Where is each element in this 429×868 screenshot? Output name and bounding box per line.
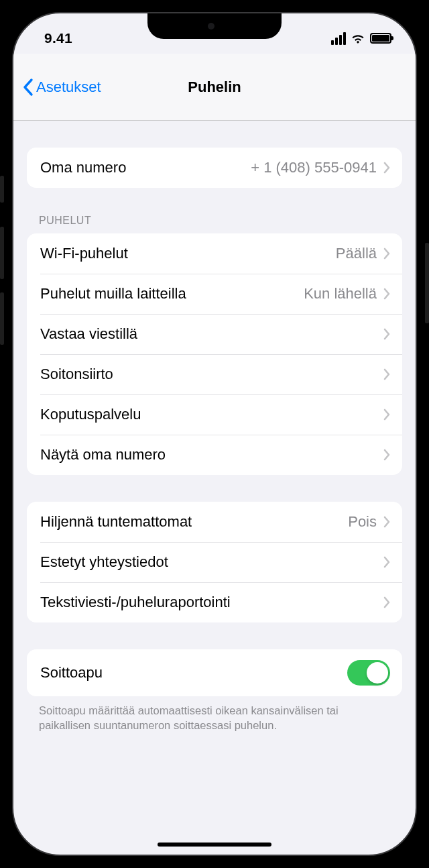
- row-call-waiting[interactable]: Koputuspalvelu: [27, 394, 402, 435]
- power-button[interactable]: [425, 243, 429, 323]
- list-calls: Wi-Fi-puhelut Päällä Puhelut muilla lait…: [27, 233, 402, 475]
- status-time: 9.41: [44, 30, 72, 46]
- row-show-my-caller-id[interactable]: Näytä oma numero: [27, 435, 402, 475]
- group-calls: PUHELUT Wi-Fi-puhelut Päällä Puhelut mui…: [27, 215, 402, 475]
- page-title: Puhelin: [188, 78, 241, 96]
- settings-content[interactable]: Oma numero + 1 (408) 555-0941 PUHELUT Wi…: [13, 121, 416, 855]
- phone-frame: 9.41 Asetukset Puhelin: [0, 0, 429, 868]
- row-call-forwarding[interactable]: Soitonsiirto: [27, 354, 402, 394]
- chevron-right-icon: [383, 248, 390, 260]
- cellular-signal-icon: [331, 32, 346, 45]
- chevron-right-icon: [383, 288, 390, 300]
- row-value: + 1 (408) 555-0941: [251, 159, 377, 176]
- notch: [147, 13, 282, 39]
- row-value: Kun lähellä: [304, 285, 377, 303]
- row-label: Estetyt yhteystiedot: [40, 553, 383, 571]
- list-my-number: Oma numero + 1 (408) 555-0941: [27, 148, 402, 188]
- toggle-knob: [367, 662, 388, 684]
- group-my-number: Oma numero + 1 (408) 555-0941: [27, 148, 402, 188]
- chevron-right-icon: [383, 449, 390, 461]
- row-label: Tekstiviesti-/puheluraportointi: [40, 594, 383, 611]
- mute-switch[interactable]: [0, 176, 4, 203]
- row-value: Pois: [348, 513, 377, 531]
- volume-up-button[interactable]: [0, 227, 4, 279]
- group-silence: Hiljennä tuntemattomat Pois Estetyt yhte…: [27, 502, 402, 622]
- list-dial-assist: Soittoapu: [27, 649, 402, 696]
- back-button[interactable]: Asetukset: [23, 78, 101, 97]
- row-label: Puhelut muilla laitteilla: [40, 285, 304, 303]
- row-value: Päällä: [336, 245, 377, 262]
- back-label: Asetukset: [36, 78, 101, 96]
- chevron-right-icon: [383, 328, 390, 340]
- battery-icon: [370, 33, 391, 44]
- group-dial-assist: Soittoapu Soittoapu määrittää automaatti…: [27, 649, 402, 733]
- chevron-right-icon: [383, 516, 390, 528]
- row-label: Hiljennä tuntemattomat: [40, 513, 348, 531]
- chevron-right-icon: [383, 556, 390, 568]
- navigation-bar: Asetukset Puhelin: [13, 54, 416, 121]
- list-silence: Hiljennä tuntemattomat Pois Estetyt yhte…: [27, 502, 402, 622]
- row-respond-with-text[interactable]: Vastaa viestillä: [27, 314, 402, 354]
- wifi-icon: [351, 33, 365, 44]
- volume-down-button[interactable]: [0, 292, 4, 345]
- row-label: Vastaa viestillä: [40, 325, 383, 343]
- row-label: Koputuspalvelu: [40, 406, 383, 423]
- row-wifi-calling[interactable]: Wi-Fi-puhelut Päällä: [27, 233, 402, 274]
- row-dial-assist: Soittoapu: [27, 649, 402, 696]
- chevron-right-icon: [383, 596, 390, 608]
- row-label: Oma numero: [40, 159, 251, 176]
- status-indicators: [331, 32, 391, 45]
- row-silence-unknown[interactable]: Hiljennä tuntemattomat Pois: [27, 502, 402, 542]
- chevron-right-icon: [383, 368, 390, 380]
- chevron-right-icon: [383, 409, 390, 421]
- row-sms-call-reporting[interactable]: Tekstiviesti-/puheluraportointi: [27, 582, 402, 622]
- row-calls-other-devices[interactable]: Puhelut muilla laitteilla Kun lähellä: [27, 274, 402, 314]
- dial-assist-footer: Soittoapu määrittää automaattisesti oike…: [39, 703, 390, 733]
- chevron-left-icon: [23, 78, 34, 97]
- row-blocked-contacts[interactable]: Estetyt yhteystiedot: [27, 542, 402, 582]
- row-label: Soitonsiirto: [40, 366, 383, 383]
- row-label: Näytä oma numero: [40, 446, 383, 464]
- home-indicator[interactable]: [158, 843, 271, 847]
- chevron-right-icon: [383, 162, 390, 174]
- dial-assist-toggle[interactable]: [347, 660, 390, 686]
- screen: 9.41 Asetukset Puhelin: [12, 12, 417, 856]
- row-label: Wi-Fi-puhelut: [40, 245, 336, 262]
- row-my-number[interactable]: Oma numero + 1 (408) 555-0941: [27, 148, 402, 188]
- row-label: Soittoapu: [40, 664, 347, 682]
- group-header-calls: PUHELUT: [39, 215, 390, 227]
